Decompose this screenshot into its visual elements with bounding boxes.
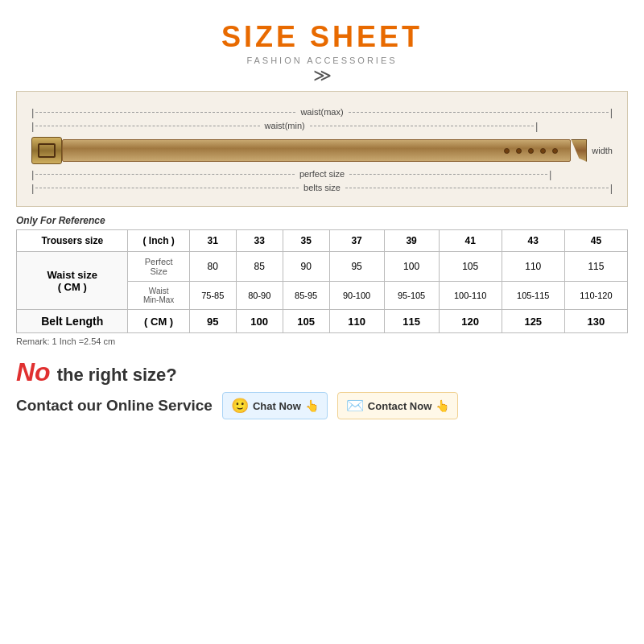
bottom-section: No the right size? Contact our Online Se… <box>16 357 628 419</box>
col-35: 35 <box>283 230 329 252</box>
page-title: SIZE SHEET <box>221 20 423 54</box>
col-43: 43 <box>502 230 564 252</box>
table-header-row: Trousers size ( Inch ) 31 33 35 37 39 41… <box>17 230 628 252</box>
ps-85: 85 <box>236 252 283 282</box>
waist-minmax-sublabel: WaistMin-Max <box>128 282 189 310</box>
col-41: 41 <box>439 230 502 252</box>
col-45: 45 <box>564 230 627 252</box>
chat-icon: 🙂 <box>231 397 249 415</box>
ps-80: 80 <box>189 252 236 282</box>
chat-now-label: Chat Now <box>253 400 301 412</box>
perfect-size-row: | perfect size | <box>31 167 613 180</box>
wm-110-120: 110-120 <box>564 282 627 310</box>
bl-105: 105 <box>283 310 329 333</box>
wm-105-115: 105-115 <box>502 282 564 310</box>
wm-90-100: 90-100 <box>329 282 384 310</box>
chat-now-button[interactable]: 🙂 Chat Now 👆 <box>222 392 328 419</box>
wm-100-110: 100-110 <box>439 282 502 310</box>
perfect-size-sublabel: PerfectSize <box>128 252 189 282</box>
waist-size-label: Waist size( CM ) <box>17 252 128 310</box>
ps-90: 90 <box>283 252 329 282</box>
ps-115: 115 <box>564 252 627 282</box>
bl-125: 125 <box>502 310 564 333</box>
ps-105: 105 <box>439 252 502 282</box>
contact-now-label: Contact Now <box>368 400 431 412</box>
col-33: 33 <box>236 230 283 252</box>
waist-max-label: waist(max) <box>297 107 346 117</box>
perfect-size-row: Waist size( CM ) PerfectSize 80 85 90 95… <box>17 252 628 282</box>
bl-110: 110 <box>329 310 384 333</box>
waist-min-label: waist(min) <box>262 121 308 130</box>
perfect-size-label: perfect size <box>296 169 348 179</box>
bl-130: 130 <box>564 310 627 333</box>
belt-length-label: Belt Length <box>17 310 128 333</box>
bl-95: 95 <box>189 310 236 333</box>
bl-120: 120 <box>439 310 502 333</box>
mail-icon: ✉️ <box>346 397 364 415</box>
ps-95: 95 <box>329 252 384 282</box>
wm-80-90: 80-90 <box>236 282 283 310</box>
contact-line: Contact our Online Service 🙂 Chat Now 👆 … <box>16 392 628 419</box>
bl-115: 115 <box>384 310 439 333</box>
col-37: 37 <box>329 230 384 252</box>
col-31: 31 <box>189 230 236 252</box>
belt-length-unit: ( CM ) <box>128 310 189 333</box>
belt-buckle <box>31 137 62 164</box>
waist-max-row: | waist(max) | <box>31 105 613 118</box>
no-size-rest: the right size? <box>57 365 177 386</box>
no-size-line: No the right size? <box>16 357 628 387</box>
reference-note: Only For Reference <box>16 215 628 226</box>
ps-100: 100 <box>384 252 439 282</box>
wm-75-85: 75-85 <box>189 282 236 310</box>
belt-diagram: | waist(max) | | waist(min) | <box>16 91 628 207</box>
bl-100: 100 <box>236 310 283 333</box>
belt-body <box>62 139 571 162</box>
col-39: 39 <box>384 230 439 252</box>
no-text: No <box>16 357 51 387</box>
ps-110: 110 <box>502 252 564 282</box>
contact-now-button[interactable]: ✉️ Contact Now 👆 <box>337 392 458 419</box>
subtitle: FASHION ACCESSORIES <box>246 56 397 65</box>
page: SIZE SHEET FASHION ACCESSORIES ≫ | waist… <box>0 0 644 644</box>
chevrons-icon: ≫ <box>313 67 332 85</box>
belts-size-label: belts size <box>300 183 344 192</box>
belt-tip <box>571 139 587 162</box>
wm-95-105: 95-105 <box>384 282 439 310</box>
contact-service-text: Contact our Online Service <box>16 397 213 415</box>
belt-length-row: Belt Length ( CM ) 95 100 105 110 115 12… <box>17 310 628 333</box>
hand-icon: 👆 <box>305 399 319 412</box>
remark: Remark: 1 Inch =2.54 cm <box>16 336 628 346</box>
width-label: width <box>592 146 613 155</box>
hand-icon-2: 👆 <box>436 399 449 412</box>
col-inch: ( Inch ) <box>128 230 189 252</box>
belt-holes <box>504 148 558 154</box>
belt-visual: width <box>31 137 613 164</box>
size-table: Trousers size ( Inch ) 31 33 35 37 39 41… <box>16 229 628 333</box>
waist-min-row: | waist(min) | <box>31 119 613 132</box>
wm-85-95: 85-95 <box>283 282 329 310</box>
belts-size-row: | belts size | <box>31 181 613 194</box>
col-trousers-size: Trousers size <box>17 230 128 252</box>
